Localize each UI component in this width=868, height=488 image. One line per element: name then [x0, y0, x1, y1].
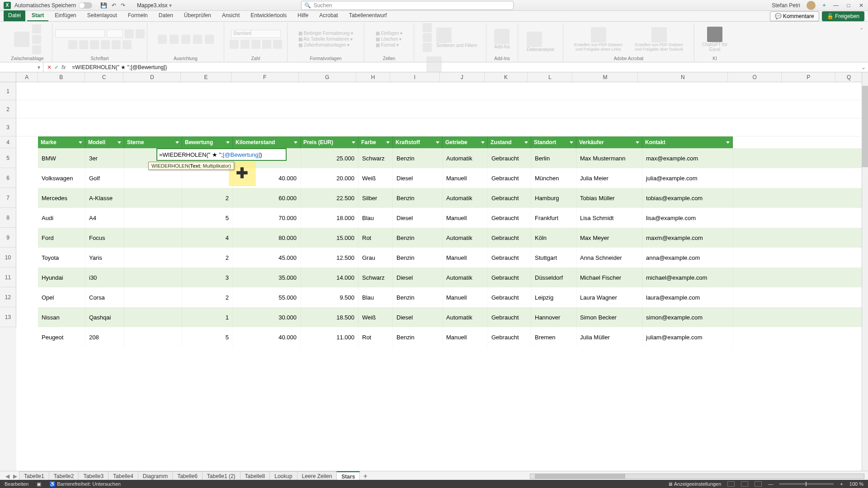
cell-verk[interactable]: Anna Schneider: [576, 248, 642, 267]
cell-marke[interactable]: Toyota: [38, 248, 85, 267]
column-headers[interactable]: ABCDEFGHIJKLMNOPQ: [16, 72, 863, 82]
cell-modell[interactable]: 208: [85, 327, 124, 347]
cell-bewert[interactable]: 1: [182, 307, 233, 327]
macro-icon[interactable]: ▣: [37, 481, 41, 487]
table-row[interactable]: AudiA4570.00018.000BlauDieselManuellGebr…: [38, 208, 863, 228]
cell-farbe[interactable]: Rot: [359, 327, 393, 347]
cell-km[interactable]: 45.000: [233, 248, 301, 267]
row-header[interactable]: 10: [0, 248, 16, 267]
cell-stand[interactable]: München: [531, 168, 576, 188]
cell-bewert[interactable]: 5: [182, 208, 233, 228]
cell-marke[interactable]: Hyundai: [38, 267, 85, 287]
cell-marke[interactable]: BMW: [38, 148, 85, 168]
cell-sterne[interactable]: [124, 208, 182, 228]
cell-modell[interactable]: Qashqai: [85, 307, 124, 327]
cell-marke[interactable]: Audi: [38, 208, 85, 228]
col-header[interactable]: B: [38, 72, 85, 82]
cell-getr[interactable]: Automatik: [443, 228, 488, 248]
col-header[interactable]: N: [638, 72, 728, 82]
table-header-cell[interactable]: Kraftstoff: [393, 136, 443, 148]
cell-modell[interactable]: A-Klasse: [85, 188, 124, 208]
col-header[interactable]: K: [485, 72, 528, 82]
cell-zust[interactable]: Gebraucht: [488, 307, 531, 327]
inc-dec-icon[interactable]: [262, 40, 271, 49]
cell-kraft[interactable]: Benzin: [393, 148, 443, 168]
share-button[interactable]: 🔓 Freigeben: [822, 11, 864, 21]
font-size[interactable]: [107, 29, 123, 38]
cell-preis[interactable]: 18.000: [301, 208, 359, 228]
cell-farbe[interactable]: Rot: [359, 228, 393, 248]
cell-sterne[interactable]: [124, 267, 182, 287]
menu-tab-start[interactable]: Start: [27, 10, 48, 21]
undo-icon[interactable]: ↶: [112, 2, 116, 9]
col-header[interactable]: L: [528, 72, 572, 82]
vertical-scrollbar[interactable]: [862, 72, 868, 472]
cell-kont[interactable]: max@example.com: [642, 148, 733, 168]
table-row[interactable]: VolkswagenGolf40.00020.000WeißDieselManu…: [38, 168, 863, 188]
cell-bewert[interactable]: 2: [182, 287, 233, 307]
cell-kont[interactable]: julia@example.com: [642, 168, 733, 188]
zoom-out-icon[interactable]: —: [768, 481, 773, 487]
cell-kont[interactable]: michael@example.com: [642, 267, 733, 287]
col-header[interactable]: O: [728, 72, 782, 82]
tab-prev-icon[interactable]: ◀: [4, 473, 11, 479]
cell-zust[interactable]: Gebraucht: [488, 287, 531, 307]
table-row[interactable]: ToyotaYaris245.00012.500GrauBenzinManuel…: [38, 248, 863, 267]
menu-tab-daten[interactable]: Daten: [154, 10, 178, 21]
wrap-icon[interactable]: [193, 35, 202, 44]
display-settings-button[interactable]: 🖥 Anzeigeeinstellungen: [668, 481, 721, 487]
cell-marke[interactable]: Ford: [38, 228, 85, 248]
cell-sterne[interactable]: [124, 307, 182, 327]
cell-getr[interactable]: Automatik: [443, 188, 488, 208]
row-header[interactable]: 1: [0, 82, 16, 100]
table-header-cell[interactable]: Marke: [38, 136, 85, 148]
table-header-cell[interactable]: Farbe: [359, 136, 393, 148]
worksheet[interactable]: ABCDEFGHIJKLMNOPQ 12345678910111213 Mark…: [0, 72, 868, 472]
cell-verk[interactable]: Max Mustermann: [576, 148, 642, 168]
cell-kont[interactable]: tobias@example.com: [642, 188, 733, 208]
horizontal-scrollbar[interactable]: [530, 474, 864, 479]
cell-verk[interactable]: Julia Meier: [576, 168, 642, 188]
menu-tab-überprüfen[interactable]: Überprüfen: [179, 10, 216, 21]
menu-tab-formeln[interactable]: Formeln: [123, 10, 152, 21]
cell-stand[interactable]: Leipzig: [531, 287, 576, 307]
cell-zust[interactable]: Gebraucht: [488, 148, 531, 168]
cell-bewert[interactable]: 4: [182, 228, 233, 248]
cell-kont[interactable]: lisa@example.com: [642, 208, 733, 228]
col-header[interactable]: M: [572, 72, 638, 82]
cell-bewert[interactable]: [182, 168, 233, 188]
cut-icon[interactable]: [32, 24, 41, 33]
cancel-formula-icon[interactable]: ✕: [47, 64, 52, 70]
menu-tab-datei[interactable]: Datei: [4, 10, 25, 21]
page-layout-icon[interactable]: [741, 481, 748, 487]
align-icon[interactable]: [181, 35, 190, 44]
cell-preis[interactable]: 11.000: [301, 327, 359, 347]
page-break-icon[interactable]: [755, 481, 762, 487]
table-header-cell[interactable]: Verkäufer: [576, 136, 642, 148]
cell-km[interactable]: 40.000: [233, 327, 301, 347]
grid-body[interactable]: MarkeModellSterneBewertungKilometerstand…: [16, 82, 863, 472]
cell-getr[interactable]: Automatik: [443, 267, 488, 287]
close-button[interactable]: ✕: [858, 2, 864, 9]
col-header[interactable]: H: [356, 72, 390, 82]
dec-dec-icon[interactable]: [273, 40, 282, 49]
col-header[interactable]: C: [85, 72, 123, 82]
cell-modell[interactable]: Yaris: [85, 248, 124, 267]
menu-tab-einfügen[interactable]: Einfügen: [50, 10, 80, 21]
number-format-select[interactable]: Standard: [231, 30, 281, 38]
cells-delete-button[interactable]: ▦ Löschen ▾: [376, 37, 401, 42]
col-header[interactable]: I: [390, 72, 439, 82]
menu-tab-hilfe[interactable]: Hilfe: [293, 10, 313, 21]
underline-icon[interactable]: [90, 40, 99, 49]
cell-farbe[interactable]: Weiß: [359, 168, 393, 188]
menu-tab-acrobat[interactable]: Acrobat: [315, 10, 342, 21]
cell-km[interactable]: 35.000: [233, 267, 301, 287]
fill-color-icon[interactable]: [112, 40, 121, 49]
cell-modell[interactable]: Corsa: [85, 287, 124, 307]
cell-sterne[interactable]: [124, 188, 182, 208]
cells-format-button[interactable]: ▦ Format ▾: [376, 42, 399, 47]
accessibility-label[interactable]: ♿ Barrierefreiheit: Untersuchen: [49, 481, 121, 487]
cell-zust[interactable]: Gebraucht: [488, 267, 531, 287]
table-header-cell[interactable]: Getriebe: [443, 136, 488, 148]
as-table-button[interactable]: ▦ Als Tabelle formatieren ▾: [298, 37, 353, 42]
